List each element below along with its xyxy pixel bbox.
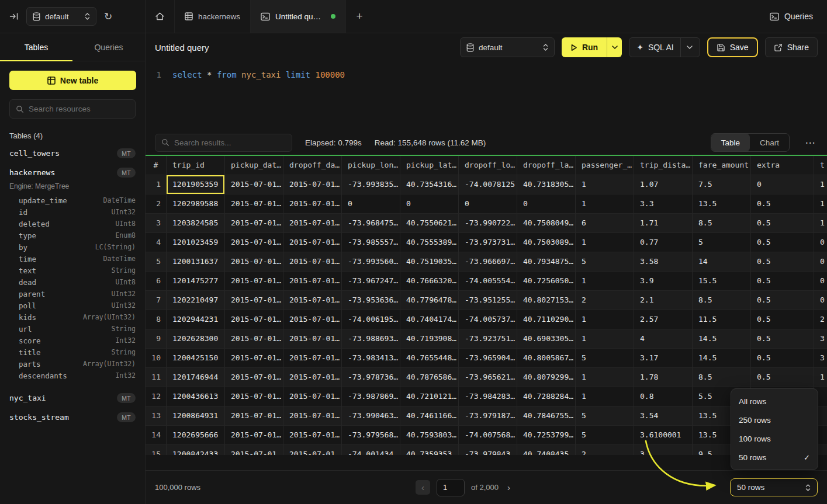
table-cell[interactable]: 2015-07-01… xyxy=(225,214,283,233)
table-cell[interactable]: 1200864931 xyxy=(167,406,225,426)
table-cell[interactable]: 2015-07-01… xyxy=(283,291,342,310)
sql-ai-caret[interactable] xyxy=(680,38,693,57)
database-selector[interactable]: default xyxy=(26,7,96,26)
table-cell[interactable]: 4 xyxy=(634,329,693,349)
sidebar-table-nyc-taxi[interactable]: nyc_taxi MT xyxy=(0,388,145,408)
table-cell[interactable]: -73.993560… xyxy=(342,252,400,272)
table-cell[interactable]: 1202944231 xyxy=(167,310,225,329)
page-size-option[interactable]: All rows xyxy=(731,392,818,411)
table-cell[interactable]: 1201905359 xyxy=(167,175,225,194)
sidebar-table-hackernews[interactable]: hackernews MT xyxy=(0,163,145,182)
column-header[interactable]: pickup_lat… xyxy=(400,156,459,175)
column-header[interactable]: t xyxy=(814,156,827,175)
sql-ai-button[interactable]: ✦ SQL AI xyxy=(629,37,700,57)
sidebar-column-item[interactable]: scoreInt32 xyxy=(0,335,145,346)
more-options-button[interactable]: ⋯ xyxy=(802,137,818,149)
table-cell[interactable]: 1.71 xyxy=(634,214,693,233)
table-cell[interactable]: 2015-07-01… xyxy=(283,368,342,387)
run-options-caret[interactable] xyxy=(607,37,622,57)
table-cell[interactable]: 0.5 xyxy=(751,310,814,329)
table-cell[interactable]: -73.984283… xyxy=(459,387,517,406)
table-cell[interactable]: 3 xyxy=(634,445,693,455)
column-header[interactable]: dropoff_la… xyxy=(517,156,576,175)
table-cell[interactable]: -73.993835… xyxy=(342,175,400,194)
column-header[interactable]: dropoff_lo… xyxy=(459,156,517,175)
table-cell[interactable]: -73.965904… xyxy=(459,349,517,368)
table-cell[interactable]: 1200425150 xyxy=(167,349,225,368)
table-cell[interactable]: 1 xyxy=(576,310,634,329)
sidebar-column-item[interactable]: typeEnum8 xyxy=(0,230,145,241)
sidebar-column-item[interactable]: parentUInt32 xyxy=(0,288,145,300)
table-cell[interactable]: 15.5 xyxy=(693,272,751,291)
table-cell[interactable]: 40.7934875… xyxy=(517,252,576,272)
table-cell[interactable]: 40.7253799… xyxy=(517,426,576,445)
table-cell[interactable]: 2015-07-01… xyxy=(225,291,283,310)
table-cell[interactable]: 2015-07-01… xyxy=(283,252,342,272)
table-cell[interactable]: 0 xyxy=(814,252,827,272)
column-header[interactable]: pickup_lon… xyxy=(342,156,400,175)
table-cell[interactable]: 40.7461166… xyxy=(400,406,459,426)
table-cell[interactable]: 6 xyxy=(576,214,634,233)
row-number-header[interactable]: # xyxy=(146,156,167,175)
table-cell[interactable]: 2015-07-01… xyxy=(225,233,283,252)
table-cell[interactable]: 1202210497 xyxy=(167,291,225,310)
sidebar-column-item[interactable]: titleString xyxy=(0,346,145,358)
row-number[interactable]: 11 xyxy=(146,368,167,387)
sidebar-expand-icon[interactable] xyxy=(9,12,19,21)
table-cell[interactable]: 1202989588 xyxy=(167,194,225,214)
table-cell[interactable]: 5 xyxy=(576,349,634,368)
table-cell[interactable]: 40.6903305… xyxy=(517,329,576,349)
table-cell[interactable]: -74.005737… xyxy=(459,310,517,329)
table-cell[interactable]: 1203824585 xyxy=(167,214,225,233)
table-cell[interactable]: 3.3 xyxy=(634,194,693,214)
table-cell[interactable]: 1201746944 xyxy=(167,368,225,387)
table-cell[interactable]: 0.5 xyxy=(751,349,814,368)
table-cell[interactable]: 2015-07-01… xyxy=(225,310,283,329)
refresh-icon[interactable]: ↻ xyxy=(104,12,112,22)
page-size-option[interactable]: 50 rows✓ xyxy=(731,448,818,467)
table-cell[interactable]: 2015-07-01… xyxy=(283,387,342,406)
table-cell[interactable]: 1.07 xyxy=(634,175,693,194)
column-header[interactable]: extra xyxy=(751,156,814,175)
table-cell[interactable]: 14 xyxy=(693,252,751,272)
new-table-button[interactable]: New table xyxy=(9,71,136,90)
table-cell[interactable]: 1201023459 xyxy=(167,233,225,252)
table-cell[interactable]: 2015-07-01… xyxy=(225,194,283,214)
table-cell[interactable]: 2015-07-01… xyxy=(225,368,283,387)
table-cell[interactable]: 40.7210121… xyxy=(400,387,459,406)
sidebar-column-item[interactable]: kidsArray(UInt32) xyxy=(0,311,145,323)
table-cell[interactable]: 1200842433 xyxy=(167,445,225,455)
table-cell[interactable]: 40.7503089… xyxy=(517,233,576,252)
table-cell[interactable]: 2 xyxy=(576,291,634,310)
row-number[interactable]: 9 xyxy=(146,329,167,349)
table-cell[interactable]: 1 xyxy=(576,387,634,406)
row-number[interactable]: 15 xyxy=(146,445,167,455)
table-cell[interactable]: 11.5 xyxy=(693,310,751,329)
tab-hackernews[interactable]: hackernews xyxy=(175,0,251,33)
table-cell[interactable]: 5 xyxy=(576,252,634,272)
table-cell[interactable]: 40.7354316… xyxy=(400,175,459,194)
sidebar-tab-queries[interactable]: Queries xyxy=(72,33,145,61)
table-cell[interactable]: -73.978736… xyxy=(342,368,400,387)
table-cell[interactable]: -74.001434… xyxy=(342,445,400,455)
table-cell[interactable]: 2015-07-01… xyxy=(283,272,342,291)
next-page-button[interactable]: › xyxy=(505,482,513,492)
save-button[interactable]: Save xyxy=(707,37,758,57)
table-cell[interactable]: 0.5 xyxy=(751,252,814,272)
table-cell[interactable]: 8.5 xyxy=(693,214,751,233)
sql-editor[interactable]: 1 select * from nyc_taxi limit 100000 xyxy=(146,61,827,130)
page-size-select[interactable]: 50 rows xyxy=(730,478,818,496)
column-header[interactable]: trip_dista… xyxy=(634,156,693,175)
row-number[interactable]: 6 xyxy=(146,272,167,291)
table-cell[interactable]: 5 xyxy=(693,233,751,252)
table-cell[interactable]: 2015-07-01… xyxy=(225,349,283,368)
table-cell[interactable]: 40.7846755… xyxy=(517,406,576,426)
table-cell[interactable]: 2015-07-01… xyxy=(283,233,342,252)
table-cell[interactable]: -73.983413… xyxy=(342,349,400,368)
previous-page-button[interactable]: ‹ xyxy=(416,480,430,495)
sidebar-column-item[interactable]: deletedUInt8 xyxy=(0,218,145,230)
sidebar-column-item[interactable]: byLC(String) xyxy=(0,241,145,253)
sidebar-column-item[interactable]: descendantsInt32 xyxy=(0,370,145,381)
table-cell[interactable]: 1 xyxy=(576,233,634,252)
table-cell[interactable]: 40.7508049… xyxy=(517,214,576,233)
